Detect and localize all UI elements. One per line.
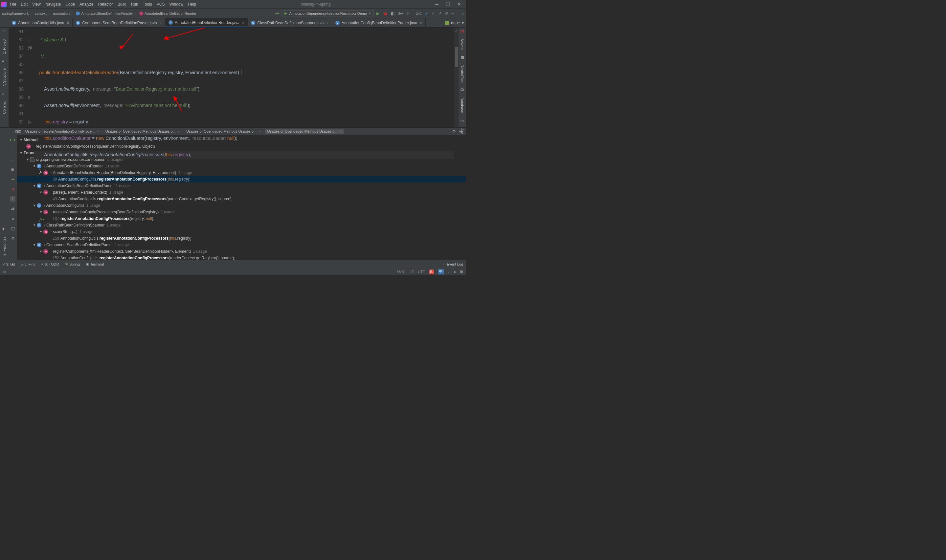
method-icon xyxy=(139,11,143,15)
run-button[interactable]: ▶ xyxy=(376,11,379,16)
class-icon: C xyxy=(12,21,16,25)
tray-icon[interactable]: ▦ xyxy=(460,269,463,274)
tab-file[interactable]: CAnnotationConfigBeanDefinitionParser.ja… xyxy=(332,18,426,27)
crumb-folder[interactable]: springframework xyxy=(2,11,29,15)
restful-tool[interactable]: RestfulTool xyxy=(460,63,464,84)
menu-vcs[interactable]: VCS xyxy=(157,2,165,6)
menu-run[interactable]: Run xyxy=(131,2,138,6)
terminal-icon: ▣ xyxy=(86,262,89,266)
menu-view[interactable]: View xyxy=(32,2,41,6)
crumb-folder[interactable]: context xyxy=(35,11,46,15)
breadcrumb: springframework〉 context〉 annotation〉 An… xyxy=(2,11,196,16)
collapse-icon[interactable]: ◫ xyxy=(10,226,15,231)
ime-badge[interactable]: S xyxy=(429,269,434,274)
ant-icon[interactable]: 🐜 xyxy=(460,118,465,123)
menu-file[interactable]: FFileile xyxy=(10,2,16,6)
structure-tool-icon[interactable]: ≡ xyxy=(2,58,7,64)
new-tab-icon[interactable]: ➜ xyxy=(10,177,15,182)
stop-button[interactable]: ■ xyxy=(406,11,408,16)
close-icon[interactable]: × xyxy=(420,21,422,25)
line-numbers: 818283848586878889909192 xyxy=(9,28,28,128)
ime-lang[interactable]: 中 xyxy=(438,269,444,274)
nav-bar: springframework〉 context〉 annotation〉 An… xyxy=(0,9,466,18)
run-config-dropdown[interactable]: ▶ AnnotationDependencyInjectionResolutio… xyxy=(282,10,374,16)
menu-build[interactable]: Build xyxy=(118,2,126,6)
git-commit-button[interactable]: ✓ xyxy=(431,11,435,16)
tool-windows-button[interactable]: ▭ xyxy=(3,269,6,274)
git-history-button[interactable]: ⟲ xyxy=(445,11,448,16)
database-icon[interactable]: ⛁ xyxy=(461,88,464,92)
crumb-method[interactable]: AnnotatedBeanDefinitionReader xyxy=(145,11,196,15)
search-button[interactable]: ⌕ xyxy=(462,11,464,16)
close-button[interactable]: ✕ xyxy=(457,2,461,7)
scroll-marker xyxy=(455,47,458,67)
coverage-button[interactable]: ◧ xyxy=(391,11,394,16)
todo-tool[interactable]: ≡6: TODO xyxy=(42,262,59,266)
tab-file-active[interactable]: CAnnotatedBeanDefinitionReader.java× xyxy=(165,18,248,27)
encoding[interactable]: UTF xyxy=(418,270,425,274)
favorites-icon[interactable]: ★ xyxy=(2,227,7,232)
minimize-button[interactable]: ─ xyxy=(435,2,439,7)
menu-window[interactable]: Window xyxy=(169,2,183,6)
crumb-class[interactable]: AnnotatedBeanDefinitionReader xyxy=(81,11,133,15)
code-content[interactable]: * @since 3.1 */ public AnnotatedBeanDefi… xyxy=(34,28,454,128)
menu-tools[interactable]: Tools xyxy=(143,2,152,6)
group-icon[interactable]: ⊞ xyxy=(10,167,15,172)
code-editor[interactable]: 818283848586878889909192 ⊟@ ⊟ |= * @sinc… xyxy=(9,28,459,128)
git-push-button[interactable]: ↗ xyxy=(438,11,441,16)
favorites-tool[interactable]: 2: Favorites xyxy=(2,235,6,257)
git-update-button[interactable]: ↙ xyxy=(425,11,428,16)
maven-icon[interactable]: m xyxy=(461,29,464,34)
find-tool[interactable]: ⌕3: Find xyxy=(21,262,35,266)
tray-icon[interactable]: ● xyxy=(454,270,456,274)
close-icon[interactable]: × xyxy=(160,21,162,25)
commit-tool[interactable]: Commit xyxy=(2,100,6,115)
info-icon[interactable]: i xyxy=(10,196,15,202)
maximize-button[interactable]: ☐ xyxy=(446,2,450,7)
maven-tool[interactable]: Maven xyxy=(460,37,464,51)
structure-tool[interactable]: 7: Structure xyxy=(2,67,6,88)
debug-button[interactable]: 🐞 xyxy=(383,11,388,16)
prev-icon[interactable]: ↑ xyxy=(10,147,15,152)
rerun-icon[interactable]: ⏵⏵ xyxy=(10,137,15,143)
profile-button[interactable]: ⊙▾ xyxy=(398,11,403,16)
tab-file[interactable]: CClassPathBeanDefinitionScanner.java× xyxy=(248,18,332,27)
tab-file[interactable]: CAnnotationConfigUtils.java× xyxy=(9,18,72,27)
hide-icon[interactable]: — xyxy=(459,129,463,134)
error-stripe[interactable]: ✓ xyxy=(454,28,459,128)
pin-icon[interactable]: ➜ xyxy=(10,186,15,192)
commit-tool-icon[interactable]: ✓ xyxy=(2,92,7,97)
terminal-tool[interactable]: ▣Terminal xyxy=(86,262,104,266)
menu-code[interactable]: Code xyxy=(65,2,75,6)
close-icon[interactable]: × xyxy=(326,21,328,25)
back-arrow-icon[interactable]: ↘ xyxy=(273,9,281,17)
settings-icon[interactable]: ⚙ xyxy=(10,236,15,241)
menu-navigate[interactable]: Navigate xyxy=(45,2,61,6)
spring-tool[interactable]: ❀Spring xyxy=(65,262,80,266)
menu-edit[interactable]: Edit xyxy=(21,2,28,6)
git-revert-button[interactable]: ⤺ xyxy=(451,11,455,16)
project-tool-icon[interactable]: ▭ xyxy=(2,29,7,34)
tray-icon[interactable]: ♪ xyxy=(448,270,450,274)
event-log[interactable]: ○Event Log xyxy=(444,262,463,266)
class-icon: C xyxy=(168,20,173,25)
close-icon[interactable]: × xyxy=(67,21,69,25)
filter-icon[interactable]: ⇄ xyxy=(10,206,15,211)
line-separator[interactable]: LF xyxy=(410,270,414,274)
menu-refactor[interactable]: Refactor xyxy=(98,2,113,6)
tabs-dropdown[interactable]: ▾ xyxy=(462,21,464,25)
project-tool[interactable]: 1: Project xyxy=(2,37,6,55)
menu-analyze[interactable]: Analyze xyxy=(80,2,94,6)
branch-icon: ⑂ xyxy=(3,262,5,266)
restful-icon[interactable]: ▦ xyxy=(461,55,464,59)
menu-help[interactable]: Help xyxy=(188,2,196,6)
close-icon[interactable]: × xyxy=(242,21,244,25)
tab-file[interactable]: depe xyxy=(451,21,460,25)
git-tool[interactable]: ⑂9: Git xyxy=(3,262,15,266)
expand-icon[interactable]: ≡ xyxy=(10,216,15,221)
tab-file[interactable]: CComponentScanBeanDefinitionParser.java× xyxy=(72,18,165,27)
database-tool[interactable]: Database xyxy=(460,96,464,114)
caret-position[interactable]: 88:31 xyxy=(397,270,406,274)
crumb-folder[interactable]: annotation xyxy=(53,11,69,15)
next-icon[interactable]: ↓ xyxy=(10,157,15,162)
